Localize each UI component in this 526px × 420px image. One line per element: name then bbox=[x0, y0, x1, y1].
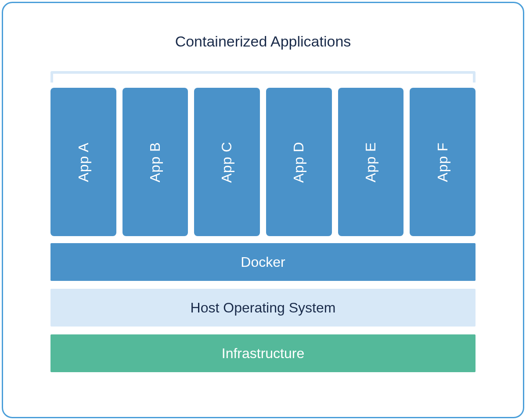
app-box-a: App A bbox=[50, 88, 116, 236]
app-box-b: App B bbox=[122, 88, 188, 236]
app-box-f: App F bbox=[410, 88, 476, 236]
apps-row: App A App B App C App D App E App F bbox=[50, 88, 476, 236]
app-label: App A bbox=[75, 142, 91, 182]
app-box-c: App C bbox=[194, 88, 260, 236]
app-label: App D bbox=[291, 141, 307, 183]
infrastructure-layer: Infrastructure bbox=[50, 334, 476, 372]
app-box-e: App E bbox=[338, 88, 404, 236]
infrastructure-label: Infrastructure bbox=[222, 345, 305, 362]
app-label: App F bbox=[435, 142, 451, 182]
host-os-layer: Host Operating System bbox=[50, 289, 476, 327]
app-label: App C bbox=[219, 141, 235, 183]
app-label: App E bbox=[363, 142, 379, 182]
app-label: App B bbox=[147, 142, 163, 182]
app-box-d: App D bbox=[266, 88, 332, 236]
host-os-label: Host Operating System bbox=[191, 300, 336, 316]
diagram-frame: Containerized Applications App A App B A… bbox=[2, 2, 524, 418]
diagram-title: Containerized Applications bbox=[50, 33, 476, 50]
apps-bracket bbox=[50, 71, 476, 83]
docker-label: Docker bbox=[241, 254, 285, 270]
docker-layer: Docker bbox=[50, 243, 476, 281]
